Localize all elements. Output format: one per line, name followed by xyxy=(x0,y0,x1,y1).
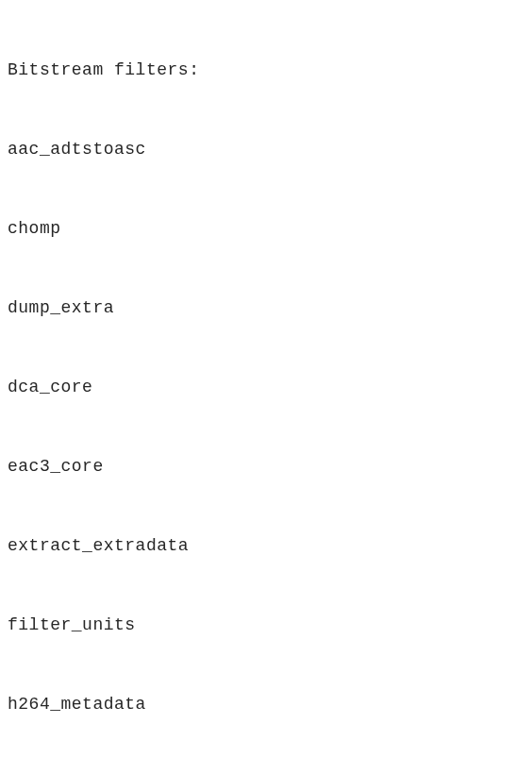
filter-item: h264_mp4toannexb xyxy=(8,770,524,774)
filter-item: extract_extradata xyxy=(8,532,524,559)
output-header: Bitstream filters: xyxy=(8,57,524,83)
filter-item: chomp xyxy=(8,215,524,242)
filter-item: filter_units xyxy=(8,612,524,638)
filter-item: aac_adtstoasc xyxy=(8,136,524,162)
filter-item: h264_metadata xyxy=(8,691,524,717)
filter-item: dump_extra xyxy=(8,294,524,321)
terminal-output: Bitstream filters: aac_adtstoasc chomp d… xyxy=(8,4,524,774)
filter-item: eac3_core xyxy=(8,453,524,480)
filter-item: dca_core xyxy=(8,374,524,400)
